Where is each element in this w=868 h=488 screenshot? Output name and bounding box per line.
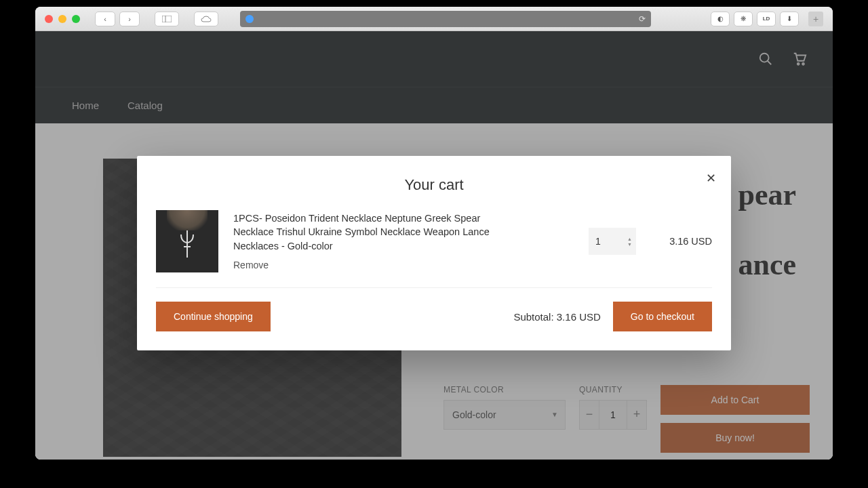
- sidebar-toggle-icon[interactable]: [155, 12, 179, 26]
- nav-forward-button[interactable]: ›: [119, 12, 140, 26]
- cloud-icon[interactable]: [194, 12, 218, 26]
- qty-spinner-icon[interactable]: ▲▼: [627, 237, 632, 247]
- extension-icon[interactable]: LD: [757, 12, 776, 26]
- cart-qty-input[interactable]: 1 ▲▼: [589, 228, 636, 255]
- extension-icon[interactable]: ⬇: [780, 12, 799, 26]
- close-modal-button[interactable]: ✕: [706, 171, 716, 186]
- cart-item-price: 3.16 USD: [651, 236, 712, 247]
- extension-icon[interactable]: ❋: [734, 12, 753, 26]
- titlebar: ‹ › ⟳ ◐ ❋ LD ⬇ +: [35, 7, 833, 31]
- continue-shopping-button[interactable]: Continue shopping: [156, 302, 271, 331]
- page-viewport: Home Catalog pear: [35, 31, 833, 460]
- cart-modal: Your cart ✕ 1PCS- Poseidon Trident Neckl…: [137, 156, 731, 350]
- site-globe-icon: [245, 15, 254, 23]
- window-controls: [45, 15, 80, 23]
- reload-icon[interactable]: ⟳: [639, 14, 646, 24]
- cart-item-name: 1PCS- Poseidon Trident Necklace Neptune …: [233, 211, 518, 253]
- browser-window: ‹ › ⟳ ◐ ❋ LD ⬇ + Hom: [35, 7, 833, 460]
- new-tab-button[interactable]: +: [808, 12, 823, 26]
- nav-back-button[interactable]: ‹: [95, 12, 115, 26]
- svg-rect-0: [162, 16, 172, 22]
- address-bar[interactable]: ⟳: [240, 11, 651, 27]
- go-to-checkout-button[interactable]: Go to checkout: [613, 302, 712, 331]
- cart-title: Your cart: [156, 176, 712, 194]
- cart-item-row: 1PCS- Poseidon Trident Necklace Neptune …: [156, 210, 712, 288]
- minimize-window-icon[interactable]: [58, 15, 66, 23]
- subtotal: Subtotal: 3.16 USD: [513, 311, 600, 323]
- maximize-window-icon[interactable]: [72, 15, 80, 23]
- close-window-icon[interactable]: [45, 15, 53, 23]
- remove-item-button[interactable]: Remove: [233, 260, 269, 270]
- cart-item-thumbnail: [156, 210, 218, 272]
- extension-icon[interactable]: ◐: [711, 12, 730, 26]
